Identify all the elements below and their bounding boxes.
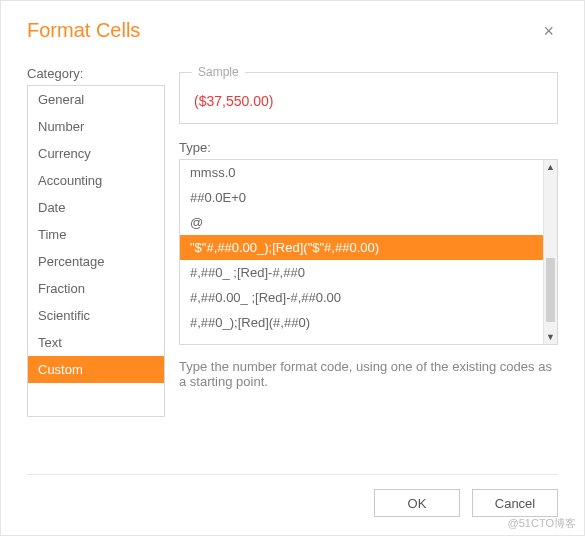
format-cells-dialog: Format Cells × Category: General Number … bbox=[1, 1, 584, 535]
type-item[interactable]: @ bbox=[180, 210, 543, 235]
scroll-down-icon[interactable]: ▼ bbox=[544, 330, 557, 344]
details-column: Sample ($37,550.00) Type: mmss.0 ##0.0E+… bbox=[179, 66, 558, 417]
category-item-currency[interactable]: Currency bbox=[28, 140, 164, 167]
category-item-date[interactable]: Date bbox=[28, 194, 164, 221]
category-item-number[interactable]: Number bbox=[28, 113, 164, 140]
category-item-general[interactable]: General bbox=[28, 86, 164, 113]
sample-value: ($37,550.00) bbox=[194, 93, 543, 109]
category-item-scientific[interactable]: Scientific bbox=[28, 302, 164, 329]
type-list[interactable]: mmss.0 ##0.0E+0 @ "$"#,##0.00_);[Red]("$… bbox=[179, 159, 558, 345]
type-item[interactable]: "$"#,##0.00_);[Red]("$"#,##0.00) bbox=[180, 235, 543, 260]
category-column: Category: General Number Currency Accoun… bbox=[27, 66, 165, 417]
type-item[interactable]: ##0.0E+0 bbox=[180, 185, 543, 210]
type-item[interactable]: #,##0_);[Red](#,##0) bbox=[180, 310, 543, 335]
scroll-up-icon[interactable]: ▲ bbox=[544, 160, 557, 174]
category-item-percentage[interactable]: Percentage bbox=[28, 248, 164, 275]
category-list[interactable]: General Number Currency Accounting Date … bbox=[27, 85, 165, 417]
type-item[interactable]: #,##0.00_ ;[Red]-#,##0.00 bbox=[180, 285, 543, 310]
sample-box: Sample ($37,550.00) bbox=[179, 72, 558, 124]
type-label: Type: bbox=[179, 140, 558, 155]
watermark: @51CTO博客 bbox=[508, 516, 576, 531]
title-bar: Format Cells × bbox=[27, 19, 558, 42]
dialog-footer: OK Cancel bbox=[27, 474, 558, 517]
type-item[interactable]: mmss.0 bbox=[180, 160, 543, 185]
type-scrollbar[interactable]: ▲ ▼ bbox=[543, 160, 557, 344]
type-items: mmss.0 ##0.0E+0 @ "$"#,##0.00_);[Red]("$… bbox=[180, 160, 543, 344]
close-icon[interactable]: × bbox=[539, 20, 558, 42]
category-item-accounting[interactable]: Accounting bbox=[28, 167, 164, 194]
scroll-thumb[interactable] bbox=[546, 258, 555, 322]
type-item[interactable]: #,##0_ ;[Red]-#,##0 bbox=[180, 260, 543, 285]
category-label: Category: bbox=[27, 66, 165, 81]
sample-legend: Sample bbox=[192, 65, 245, 79]
category-item-fraction[interactable]: Fraction bbox=[28, 275, 164, 302]
category-item-time[interactable]: Time bbox=[28, 221, 164, 248]
dialog-content: Category: General Number Currency Accoun… bbox=[27, 66, 558, 417]
hint-text: Type the number format code, using one o… bbox=[179, 359, 558, 389]
cancel-button[interactable]: Cancel bbox=[472, 489, 558, 517]
category-item-text[interactable]: Text bbox=[28, 329, 164, 356]
dialog-title: Format Cells bbox=[27, 19, 140, 42]
ok-button[interactable]: OK bbox=[374, 489, 460, 517]
category-item-custom[interactable]: Custom bbox=[28, 356, 164, 383]
